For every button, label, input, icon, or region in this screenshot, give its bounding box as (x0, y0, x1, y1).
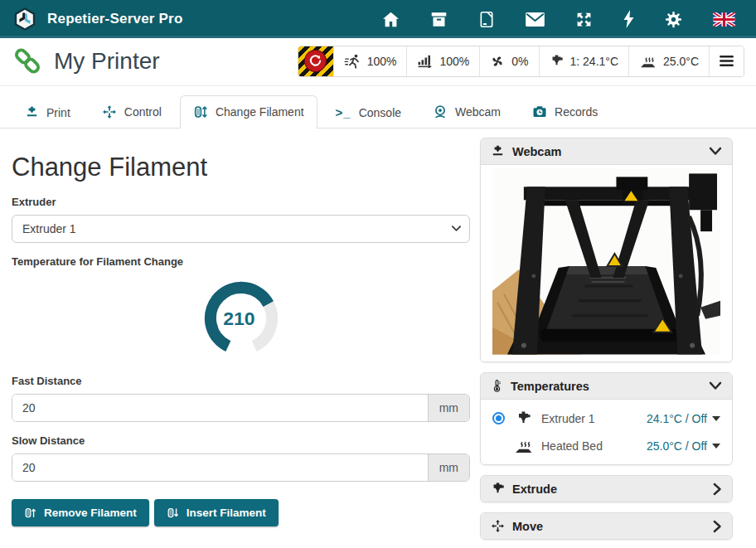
extrude-panel: Extrude (480, 475, 733, 502)
slow-distance-input[interactable] (12, 454, 428, 481)
fast-distance-unit: mm (428, 395, 469, 421)
printer-menu-button[interactable] (709, 46, 744, 76)
status-flow[interactable]: 100% (406, 46, 479, 76)
thermometer-icon (491, 379, 503, 393)
status-extruder-value: 1: 24.1°C (570, 55, 619, 68)
status-bed[interactable]: 25.0°C (628, 46, 709, 76)
repetier-logo-icon (12, 7, 37, 32)
fast-distance-label: Fast Distance (12, 375, 470, 387)
settings-gear-icon[interactable] (665, 11, 682, 28)
temperature-gauge[interactable]: 210 (195, 274, 288, 362)
brand[interactable]: Repetier-Server Pro (12, 7, 182, 32)
temperatures-panel-header[interactable]: Temperatures (481, 373, 732, 399)
webcam-panel: Webcam (480, 138, 733, 362)
slow-distance-label: Slow Distance (12, 434, 470, 447)
printer-name: My Printer (54, 48, 160, 75)
extrude-panel-header[interactable]: Extrude (481, 476, 732, 502)
tab-control[interactable]: Control (89, 95, 175, 129)
filament-up-icon (24, 507, 36, 519)
chevron-right-icon (713, 520, 722, 533)
change-filament-panel: Change Filament Extruder Extruder 1 Temp… (12, 129, 470, 526)
language-flag-icon[interactable] (713, 12, 735, 27)
change-filament-icon (193, 104, 208, 119)
status-bed-value: 25.0°C (663, 55, 699, 68)
status-fan[interactable]: 0% (479, 46, 538, 76)
heated-bed-icon (639, 54, 657, 68)
filament-down-icon (167, 507, 179, 519)
page-title: Change Filament (12, 153, 470, 182)
temp-name: Heated Bed (541, 439, 603, 453)
control-move-icon (102, 104, 117, 119)
tab-records[interactable]: Records (519, 95, 611, 129)
caret-down-icon (712, 416, 720, 421)
chevron-down-icon (709, 381, 722, 390)
console-icon: >_ (336, 105, 351, 119)
messages-icon[interactable] (526, 12, 545, 27)
extruder-label: Extruder (12, 196, 470, 208)
move-panel-header[interactable]: Move (481, 513, 732, 539)
flow-bars-icon (417, 54, 433, 68)
records-camera-icon (532, 104, 547, 119)
webcam-image[interactable] (492, 168, 720, 355)
top-navbar: Repetier-Server Pro (0, 0, 756, 38)
power-icon[interactable] (623, 10, 634, 28)
emergency-stop-icon (304, 50, 327, 72)
temp-row-bed: Heated Bed 25.0°C / Off (481, 432, 732, 459)
temperatures-panel: Temperatures Extruder 1 24.1°C / Off (480, 372, 733, 465)
bed-temp-dropdown[interactable]: 25.0°C / Off (647, 439, 720, 453)
insert-filament-button[interactable]: Insert Filament (154, 499, 279, 526)
fullscreen-icon[interactable] (575, 11, 593, 28)
fan-icon (490, 54, 505, 69)
caret-down-icon (712, 444, 720, 449)
speed-runner-icon (344, 54, 361, 69)
gauge-label: Temperature for Filament Change (12, 255, 470, 268)
status-speed[interactable]: 100% (333, 46, 407, 76)
tab-print[interactable]: Print (12, 96, 84, 129)
fast-distance-input[interactable] (12, 395, 428, 421)
hamburger-icon (720, 56, 734, 66)
temp-name: Extruder 1 (541, 412, 595, 425)
tab-webcam[interactable]: Webcam (419, 95, 514, 129)
remove-filament-button[interactable]: Remove Filament (12, 499, 149, 526)
sidebar: Webcam (480, 129, 733, 540)
status-flow-value: 100% (439, 55, 469, 68)
extruder-icon (513, 410, 533, 426)
chevron-down-icon (709, 147, 722, 156)
tab-change-filament[interactable]: Change Filament (180, 95, 317, 129)
extruder-radio[interactable] (492, 412, 505, 424)
printer-status-bar: 100% 100% 0% (298, 46, 744, 77)
temp-row-extruder: Extruder 1 24.1°C / Off (481, 405, 732, 432)
extruder-select[interactable]: Extruder 1 (12, 215, 470, 243)
printer-nozzle-icon (491, 144, 505, 158)
emergency-stop-button[interactable] (298, 46, 333, 76)
gauge-value: 210 (223, 308, 254, 329)
extruder-icon (550, 54, 564, 68)
slow-distance-unit: mm (428, 454, 469, 481)
move-panel: Move (480, 512, 733, 540)
printer-tabs: Print Control Change Filament >_ Console (0, 86, 756, 129)
status-speed-value: 100% (367, 55, 397, 68)
status-extruder[interactable]: 1: 24.1°C (539, 46, 629, 76)
webcam-icon (433, 104, 448, 119)
manual-icon[interactable] (478, 11, 495, 28)
status-fan-value: 0% (511, 55, 528, 68)
webcam-panel-header[interactable]: Webcam (481, 138, 732, 164)
tab-console[interactable]: >_ Console (322, 96, 414, 129)
extruder-icon (491, 482, 505, 496)
printer-link-icon (12, 46, 43, 76)
home-icon[interactable] (382, 12, 400, 27)
chevron-right-icon (713, 483, 722, 496)
extruder-temp-dropdown[interactable]: 24.1°C / Off (647, 412, 720, 425)
print-icon (25, 105, 39, 119)
printer-header: My Printer 100% (0, 38, 756, 86)
heated-bed-icon (513, 438, 533, 453)
brand-title: Repetier-Server Pro (47, 11, 182, 27)
printers-box-icon[interactable] (430, 11, 448, 27)
move-arrows-icon (491, 519, 505, 533)
